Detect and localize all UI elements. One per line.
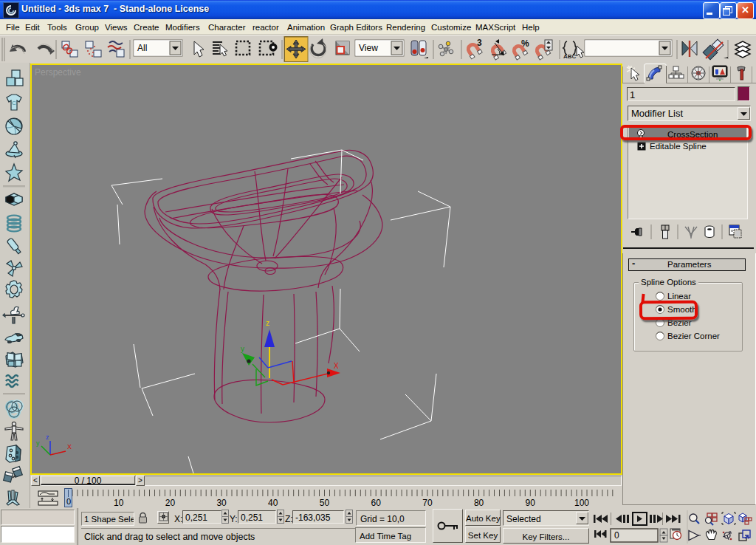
svg-text:y: y [241, 345, 244, 353]
svg-text:90: 90 [526, 498, 536, 508]
svg-text:80: 80 [474, 498, 484, 508]
svg-text:70: 70 [422, 498, 433, 508]
svg-text:40: 40 [268, 498, 278, 508]
svg-text:C: C [12, 100, 16, 106]
svg-text:Linear: Linear [667, 292, 691, 301]
svg-text:30: 30 [216, 498, 227, 508]
svg-text:ABC: ABC [563, 53, 577, 60]
svg-text:10: 10 [114, 498, 124, 508]
svg-text:X: X [67, 443, 72, 450]
svg-text:0: 0 [66, 497, 71, 506]
svg-text:z: z [46, 433, 49, 441]
svg-text:Bezier Corner: Bezier Corner [667, 332, 720, 340]
svg-text:X: X [334, 362, 339, 370]
svg-text:View: View [359, 43, 378, 53]
svg-text:60: 60 [371, 498, 382, 508]
svg-text:50: 50 [320, 498, 330, 508]
svg-text:0: 0 [614, 530, 619, 541]
svg-text:%: % [521, 38, 529, 49]
svg-text:100: 100 [574, 498, 589, 508]
svg-text:All: All [137, 43, 147, 53]
svg-text:3: 3 [477, 38, 482, 48]
svg-text:y: y [36, 439, 40, 447]
svg-text:z: z [266, 319, 269, 327]
svg-text:20: 20 [165, 498, 176, 508]
